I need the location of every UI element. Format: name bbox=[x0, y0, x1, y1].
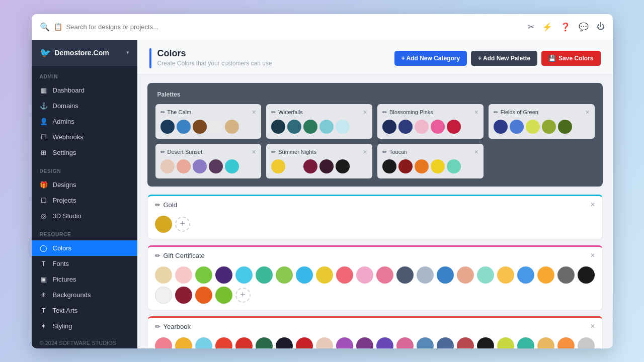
palette-close-button[interactable]: ✕ bbox=[474, 149, 478, 155]
color-swatch[interactable] bbox=[209, 120, 223, 134]
palette-close-button[interactable]: ✕ bbox=[252, 149, 256, 155]
color-swatch[interactable] bbox=[155, 216, 172, 233]
color-swatch[interactable] bbox=[537, 266, 554, 284]
color-swatch[interactable] bbox=[303, 159, 317, 173]
color-swatch[interactable] bbox=[417, 337, 434, 348]
color-swatch[interactable] bbox=[155, 337, 172, 348]
sidebar-item-colors[interactable]: ◯ Colors bbox=[32, 240, 137, 256]
palette-close-button[interactable]: ✕ bbox=[252, 109, 256, 116]
sidebar-item-projects[interactable]: ☐ Projects bbox=[32, 193, 137, 208]
color-swatch[interactable] bbox=[376, 266, 393, 284]
color-swatch[interactable] bbox=[557, 266, 575, 284]
color-swatch[interactable] bbox=[209, 159, 223, 173]
sidebar-item-designs[interactable]: 🎁 Designs bbox=[32, 177, 137, 193]
color-swatch[interactable] bbox=[235, 266, 253, 284]
sidebar-item-webhooks[interactable]: ☐ Webhooks bbox=[32, 129, 137, 145]
color-swatch[interactable] bbox=[175, 287, 192, 304]
color-swatch[interactable] bbox=[155, 287, 172, 304]
sidebar-item-fonts[interactable]: T Fonts bbox=[32, 256, 137, 272]
color-swatch[interactable] bbox=[417, 266, 434, 284]
sidebar-item-admins[interactable]: 👤 Admins bbox=[32, 114, 137, 129]
scissors-icon[interactable]: ✂ bbox=[528, 22, 534, 32]
power-icon[interactable]: ⏻ bbox=[597, 22, 605, 31]
color-swatch[interactable] bbox=[447, 159, 461, 173]
color-swatch[interactable] bbox=[396, 266, 414, 284]
color-swatch[interactable] bbox=[447, 120, 461, 134]
color-swatch[interactable] bbox=[382, 159, 396, 173]
palette-close-button[interactable]: ✕ bbox=[363, 109, 367, 116]
color-swatch[interactable] bbox=[256, 266, 273, 284]
color-swatch[interactable] bbox=[215, 287, 232, 304]
sidebar-item-settings[interactable]: ⊞ Settings bbox=[32, 145, 137, 160]
palette-close-button[interactable]: ✕ bbox=[363, 149, 367, 155]
search-icon[interactable]: 🔍 bbox=[40, 22, 50, 32]
color-swatch[interactable] bbox=[319, 120, 334, 134]
color-swatch[interactable] bbox=[336, 159, 350, 173]
sidebar-item-domains[interactable]: ⚓ Domains bbox=[32, 98, 137, 114]
color-swatch[interactable] bbox=[256, 337, 273, 348]
color-swatch[interactable] bbox=[497, 337, 514, 348]
color-swatch[interactable] bbox=[537, 337, 554, 348]
add-color-button[interactable]: + bbox=[235, 288, 251, 303]
color-swatch[interactable] bbox=[457, 337, 474, 348]
color-swatch[interactable] bbox=[235, 337, 253, 348]
color-swatch[interactable] bbox=[319, 159, 334, 173]
color-swatch[interactable] bbox=[356, 337, 373, 348]
color-swatch[interactable] bbox=[396, 337, 414, 348]
color-swatch[interactable] bbox=[215, 266, 232, 284]
color-swatch[interactable] bbox=[557, 337, 575, 348]
color-swatch[interactable] bbox=[195, 337, 212, 348]
color-swatch[interactable] bbox=[415, 120, 429, 134]
category-close-button[interactable]: ✕ bbox=[590, 252, 595, 259]
add-color-button[interactable]: + bbox=[175, 217, 190, 232]
color-swatch[interactable] bbox=[276, 266, 293, 284]
color-swatch[interactable] bbox=[376, 337, 393, 348]
color-swatch[interactable] bbox=[542, 120, 556, 134]
color-swatch[interactable] bbox=[356, 266, 373, 284]
bolt-icon[interactable]: ⚡ bbox=[542, 22, 552, 32]
calendar-icon[interactable]: 📋 bbox=[54, 23, 62, 31]
palette-close-button[interactable]: ✕ bbox=[585, 109, 590, 116]
color-swatch[interactable] bbox=[437, 266, 454, 284]
color-swatch[interactable] bbox=[271, 159, 285, 173]
category-close-button[interactable]: ✕ bbox=[590, 323, 595, 330]
color-swatch[interactable] bbox=[225, 120, 239, 134]
color-swatch[interactable] bbox=[578, 266, 595, 284]
color-swatch[interactable] bbox=[175, 337, 192, 348]
color-swatch[interactable] bbox=[526, 120, 540, 134]
color-swatch[interactable] bbox=[271, 120, 285, 134]
color-swatch[interactable] bbox=[160, 120, 175, 134]
color-swatch[interactable] bbox=[398, 120, 413, 134]
search-input[interactable] bbox=[66, 23, 522, 31]
color-swatch[interactable] bbox=[437, 337, 454, 348]
add-category-button[interactable]: + Add New Category bbox=[394, 51, 467, 66]
color-swatch[interactable] bbox=[155, 266, 172, 284]
color-swatch[interactable] bbox=[517, 266, 534, 284]
color-swatch[interactable] bbox=[497, 266, 514, 284]
color-swatch[interactable] bbox=[558, 120, 572, 134]
color-swatch[interactable] bbox=[287, 159, 301, 173]
color-swatch[interactable] bbox=[160, 159, 175, 173]
color-swatch[interactable] bbox=[177, 159, 191, 173]
color-swatch[interactable] bbox=[296, 337, 313, 348]
color-swatch[interactable] bbox=[336, 337, 353, 348]
color-swatch[interactable] bbox=[303, 120, 317, 134]
add-palette-button[interactable]: + Add New Palette bbox=[471, 51, 537, 66]
color-swatch[interactable] bbox=[296, 266, 313, 284]
color-swatch[interactable] bbox=[195, 287, 212, 304]
sidebar-item-textarts[interactable]: T Text Arts bbox=[32, 303, 137, 318]
color-swatch[interactable] bbox=[457, 266, 474, 284]
help-icon[interactable]: ❓ bbox=[560, 22, 571, 32]
color-swatch[interactable] bbox=[494, 120, 508, 134]
sidebar-item-3dstudio[interactable]: ◎ 3D Studio bbox=[32, 208, 137, 224]
color-swatch[interactable] bbox=[316, 266, 333, 284]
color-swatch[interactable] bbox=[477, 337, 494, 348]
color-swatch[interactable] bbox=[578, 337, 595, 348]
sidebar-item-dashboard[interactable]: ▦ Dashboard bbox=[32, 82, 137, 98]
sidebar-item-backgrounds[interactable]: ✳ Backgrounds bbox=[32, 287, 137, 303]
color-swatch[interactable] bbox=[316, 337, 333, 348]
sidebar-item-styling[interactable]: ✦ Styling bbox=[32, 318, 137, 334]
sidebar-item-pictures[interactable]: ▣ Pictures bbox=[32, 272, 137, 287]
color-swatch[interactable] bbox=[510, 120, 524, 134]
color-swatch[interactable] bbox=[477, 266, 494, 284]
